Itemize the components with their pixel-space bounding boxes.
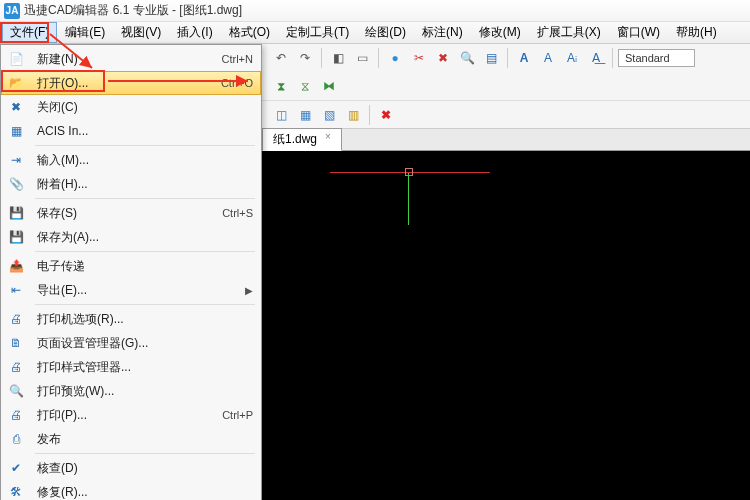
redo-icon[interactable]: ↷ — [294, 47, 316, 69]
publish-icon: ⎙ — [7, 430, 25, 448]
menu-item-import[interactable]: ⇥ 输入(M)... — [1, 148, 261, 172]
submenu-arrow-icon: ▶ — [245, 285, 253, 296]
tool-icon[interactable]: ▭ — [351, 47, 373, 69]
menu-ext-tools[interactable]: 扩展工具(X) — [529, 22, 609, 43]
tool-icon[interactable]: ● — [384, 47, 406, 69]
menu-item-attach[interactable]: 📎 附着(H)... — [1, 172, 261, 196]
menu-insert[interactable]: 插入(I) — [169, 22, 220, 43]
menu-annotate[interactable]: 标注(N) — [414, 22, 471, 43]
text-small-a-icon[interactable]: Aᵢ — [561, 47, 583, 69]
tool-icon[interactable]: ◧ — [327, 47, 349, 69]
text-tool-icon[interactable]: A͟ — [585, 47, 607, 69]
menu-view[interactable]: 视图(V) — [113, 22, 169, 43]
menu-separator — [35, 198, 255, 199]
print-icon: 🖨 — [7, 406, 25, 424]
filter-on-icon[interactable]: ⧖ — [294, 75, 316, 97]
menu-item-print[interactable]: 🖨 打印(P)... Ctrl+P — [1, 403, 261, 427]
menu-item-export[interactable]: ⇤ 导出(E)... ▶ — [1, 278, 261, 302]
open-file-icon: 📂 — [7, 74, 25, 92]
separator — [612, 48, 613, 68]
menu-item-print-preview[interactable]: 🔍 打印预览(W)... — [1, 379, 261, 403]
undo-icon[interactable]: ↶ — [270, 47, 292, 69]
save-icon: 💾 — [7, 204, 25, 222]
close-red-icon[interactable]: ✖ — [375, 104, 397, 126]
print-style-icon: 🖨 — [7, 358, 25, 376]
menu-custom-tools[interactable]: 定制工具(T) — [278, 22, 357, 43]
menu-file[interactable]: 文件(F) — [2, 22, 57, 43]
menu-item-close[interactable]: ✖ 关闭(C) — [1, 95, 261, 119]
menu-item-acis[interactable]: ▦ ACIS In... — [1, 119, 261, 143]
filter-icon[interactable]: ⧗ — [270, 75, 292, 97]
menu-modify[interactable]: 修改(M) — [471, 22, 529, 43]
separator — [321, 48, 322, 68]
close-file-icon: ✖ — [7, 98, 25, 116]
menu-separator — [35, 251, 255, 252]
attach-icon: 📎 — [7, 175, 25, 193]
window-title: 迅捷CAD编辑器 6.1 专业版 - [图纸1.dwg] — [24, 2, 242, 19]
search-icon[interactable]: 🔍 — [456, 47, 478, 69]
menu-item-print-style[interactable]: 🖨 打印样式管理器... — [1, 355, 261, 379]
title-bar: JA 迅捷CAD编辑器 6.1 专业版 - [图纸1.dwg] — [0, 0, 750, 22]
menu-draw[interactable]: 绘图(D) — [357, 22, 414, 43]
import-icon: ⇥ — [7, 151, 25, 169]
menu-separator — [35, 304, 255, 305]
menu-item-save-as[interactable]: 💾 保存为(A)... — [1, 225, 261, 249]
menu-item-publish[interactable]: ⎙ 发布 — [1, 427, 261, 451]
cut-icon[interactable]: ✂ — [408, 47, 430, 69]
menu-bar: 文件(F) 编辑(E) 视图(V) 插入(I) 格式(O) 定制工具(T) 绘图… — [0, 22, 750, 44]
delete-icon[interactable]: ✖ — [432, 47, 454, 69]
menu-separator — [35, 453, 255, 454]
filter-list-icon[interactable]: ⧓ — [318, 75, 340, 97]
layer-tool-icon[interactable]: ▥ — [342, 104, 364, 126]
document-tab[interactable]: 纸1.dwg × — [262, 128, 342, 151]
layer-tool-icon[interactable]: ▦ — [294, 104, 316, 126]
ucs-origin-icon — [405, 168, 413, 176]
printer-options-icon: 🖨 — [7, 310, 25, 328]
menu-item-save[interactable]: 💾 保存(S) Ctrl+S — [1, 201, 261, 225]
export-icon: ⇤ — [7, 281, 25, 299]
text-style-combo[interactable]: Standard — [618, 49, 695, 67]
tab-label: 纸1.dwg — [273, 132, 317, 146]
page-setup-icon: 🗎 — [7, 334, 25, 352]
separator — [369, 105, 370, 125]
menu-edit[interactable]: 编辑(E) — [57, 22, 113, 43]
menu-item-etransmit[interactable]: 📤 电子传递 — [1, 254, 261, 278]
file-menu-dropdown: 📄 新建(N) Ctrl+N 📂 打开(O)... Ctrl+O ✖ 关闭(C)… — [0, 44, 262, 500]
menu-item-new[interactable]: 📄 新建(N) Ctrl+N — [1, 47, 261, 71]
menu-item-audit[interactable]: ✔ 核查(D) — [1, 456, 261, 480]
audit-icon: ✔ — [7, 459, 25, 477]
menu-item-open[interactable]: 📂 打开(O)... Ctrl+O — [1, 71, 261, 95]
separator — [507, 48, 508, 68]
ucs-y-axis — [408, 173, 409, 225]
menu-help[interactable]: 帮助(H) — [668, 22, 725, 43]
print-preview-icon: 🔍 — [7, 382, 25, 400]
menu-format[interactable]: 格式(O) — [221, 22, 278, 43]
text-a-icon[interactable]: A — [537, 47, 559, 69]
save-as-icon: 💾 — [7, 228, 25, 246]
menu-item-printer-options[interactable]: 🖨 打印机选项(R)... — [1, 307, 261, 331]
separator — [378, 48, 379, 68]
property-icon[interactable]: ▤ — [480, 47, 502, 69]
new-file-icon: 📄 — [7, 50, 25, 68]
text-style-a-icon[interactable]: A — [513, 47, 535, 69]
recover-icon: 🛠 — [7, 483, 25, 500]
menu-item-recover[interactable]: 🛠 修复(R)... — [1, 480, 261, 500]
acis-icon: ▦ — [7, 122, 25, 140]
menu-item-page-setup[interactable]: 🗎 页面设置管理器(G)... — [1, 331, 261, 355]
layer-tool-icon[interactable]: ▧ — [318, 104, 340, 126]
menu-window[interactable]: 窗口(W) — [609, 22, 668, 43]
tab-close-icon[interactable]: × — [325, 132, 335, 142]
layer-tool-icon[interactable]: ◫ — [270, 104, 292, 126]
menu-separator — [35, 145, 255, 146]
etransmit-icon: 📤 — [7, 257, 25, 275]
app-logo-icon: JA — [4, 3, 20, 19]
